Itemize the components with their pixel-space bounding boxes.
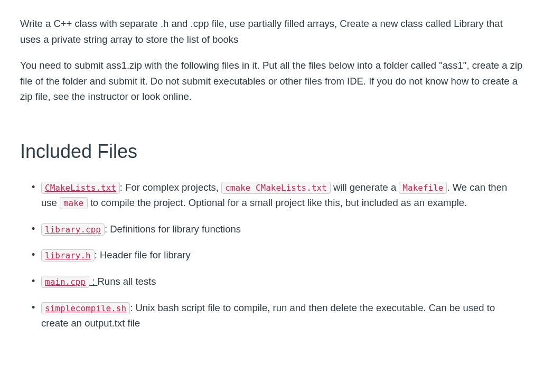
list-item-cmakelists: CMakeLists.txt: For complex projects, cm… — [32, 180, 524, 211]
list-item-main-cpp: main.cpp : Runs all tests — [32, 274, 524, 290]
code-make: make — [60, 197, 88, 209]
text-segment: : Definitions for library functions — [105, 223, 241, 235]
text-segment: : Header file for library — [95, 249, 191, 260]
code-simplecompile-link[interactable]: simplecompile.sh — [41, 302, 130, 314]
intro-paragraph-1: Write a C++ class with separate .h and .… — [20, 16, 524, 47]
text-colon: : — [89, 276, 97, 287]
text-segment: to compile the project. Optional for a s… — [88, 197, 467, 208]
text-segment: Runs all tests — [97, 276, 156, 287]
file-list: CMakeLists.txt: For complex projects, cm… — [20, 180, 524, 331]
intro-paragraph-2: You need to submit ass1.zip with the fol… — [20, 58, 524, 105]
list-item-simplecompile: simplecompile.sh: Unix bash script file … — [32, 300, 524, 331]
section-heading-included-files: Included Files — [20, 136, 524, 167]
text-segment: will generate a — [331, 182, 399, 193]
code-makefile: Makefile — [399, 182, 447, 194]
code-library-cpp-link[interactable]: library.cpp — [41, 223, 105, 236]
code-cmakelists-link[interactable]: CMakeLists.txt — [41, 182, 120, 194]
code-main-cpp-link[interactable]: main.cpp — [41, 276, 89, 288]
list-item-library-cpp: library.cpp: Definitions for library fun… — [32, 221, 524, 237]
code-library-h-link[interactable]: library.h — [41, 249, 95, 262]
list-item-library-h: library.h: Header file for library — [32, 247, 524, 263]
code-cmake-command: cmake CMakeLists.txt — [221, 182, 331, 194]
text-segment: : For complex projects, — [120, 182, 221, 193]
